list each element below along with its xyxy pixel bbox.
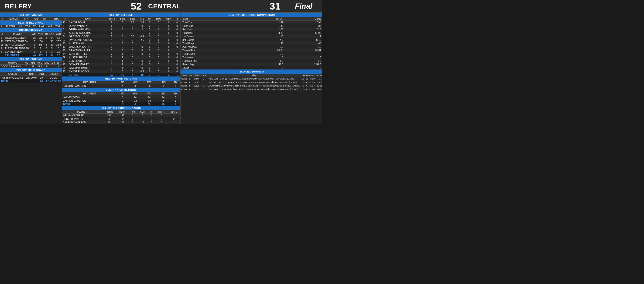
ss-col-type: Type — [200, 74, 207, 77]
score-right: 31 — [266, 1, 285, 12]
central-stats-column: CENTRAL QTR-GAME COMPARISON STAT 4th Qtr… — [180, 13, 322, 124]
stat-row-puntsavg: Punts-Avg 1-41.0 2-51.0 — [180, 63, 322, 66]
team-right-name: CENTRAL — [146, 3, 266, 10]
rec-col-player: PLAYER — [4, 25, 17, 28]
kick-returns-totals-row: TOTAL 3 6 02 46 1 — [62, 102, 180, 106]
punt-col-punting: PUNTING — [0, 61, 24, 65]
rush-col-avg: AVG — [55, 33, 62, 36]
table-row: 12JOSH KEATHLEY 11 00 00 10 — [62, 63, 180, 66]
stat-row-avgydsplay: Avg Yds/Play 9.2 5.8 — [180, 45, 322, 49]
punting-title: BELFRY PUNTING — [0, 57, 62, 61]
passing-col-ca: C-A — [22, 17, 31, 21]
table-row: 23RAYQUAN HORTON 43 22.5 01 00 — [62, 38, 180, 42]
def-col-int: Int — [146, 17, 153, 21]
stat-row-fumbles: Fumbles-Lost 1-0 1-0 — [180, 59, 322, 63]
ss-col-drive: Drive P-Y-T — [301, 74, 316, 77]
passing-col-i: I — [48, 17, 52, 21]
kick-returns-title: BELFRY KICK RETURNS — [62, 88, 180, 92]
table-row: 10CATRON,CAMERON 6106 158 17.7 — [0, 39, 62, 43]
passing-col-yds: YDS — [31, 17, 41, 21]
stat-row-timeofpos: Time of Pos 06:54 24:52 — [180, 49, 322, 52]
stat-row-rushyds: Rush Yds 43 84 — [180, 24, 322, 28]
passing-col-num: # — [0, 17, 4, 21]
table-row: 28HUNTER,TAVEON 592 247 18.4 — [0, 43, 62, 46]
def-col-num: # — [62, 17, 68, 21]
belfry-stats-column: BELFRY PASSING # PLAYER C-A YDS TD I RTG… — [0, 13, 62, 124]
table-row: 27AUSTIN WOOLUMS 65 01 20 00 — [62, 31, 180, 35]
score-left: 52 — [126, 1, 146, 12]
ss-col-play: Play — [207, 74, 300, 77]
def-col-tfl: TFL — [138, 17, 146, 21]
table-row: 10CAMERON CATRON 32 00 00 00 — [62, 45, 180, 49]
kr-col-returner: RETURNER — [62, 92, 117, 95]
def-col-player: Player — [68, 17, 106, 21]
table-row: HUNTER,TAVEON 92 92 0 0 0 0 2 — [62, 117, 180, 121]
table-row: 20CHASE DOVE 85 1.52.5 00 00 — [62, 21, 180, 24]
scoring-summary-title: SCORING SUMMARY — [180, 70, 322, 74]
rush-col-att: ATT — [32, 33, 38, 36]
ap-col-kor: KOR — [137, 110, 148, 114]
rec-col-tgt: TGT — [54, 25, 62, 28]
ap-col-totyds: TotYds — [102, 110, 116, 114]
punt-col-50: 50+ — [56, 61, 62, 65]
rec-col-avg: AVG — [46, 25, 54, 28]
rush-col-td: TD — [44, 33, 48, 36]
ss-col-qtr: Qtr — [188, 74, 193, 77]
stat-row-fieldgoals: Field Goals 0-0 - — [180, 52, 322, 56]
team-left-name: BELFRY — [0, 3, 126, 10]
receiving-table: # PLAYER NO YDS TD LNG AVG TGT — [0, 25, 62, 28]
table-row: COOK,GRAYSON 3 89 29.7 44 1 0 — [0, 65, 62, 68]
rushing-table: # PLAYER ATT YDS TD LNG AVG 5WELLMAN,DER… — [0, 33, 62, 57]
kr-col-td: TD — [170, 92, 180, 95]
stat-row-sacks: Sacks 0 0 — [180, 66, 322, 70]
table-row: CATRON,CAMERON 1 0 00 0 0 — [62, 84, 180, 88]
ap-col-tottd: TotTD — [168, 110, 180, 114]
table-row: 1FLETCHER,ANDREW 39 05 3 — [0, 46, 62, 50]
rushing-title: BELFRY RUSHING — [0, 28, 62, 33]
cq-col-4th: 4th Qtr — [245, 17, 285, 21]
scoring-summary-table: Team Qtr Clock Type Play Drive P-Y-T Sco… — [180, 74, 322, 91]
ap-col-irfr: IR-FR — [155, 110, 168, 114]
ss-col-score: Score — [315, 74, 322, 77]
pr-col-returner: RETURNER — [62, 81, 117, 84]
scoring-row-4: CENT 4 00:30 TD RICO WHITE 4 yd PASS fro… — [180, 87, 322, 91]
table-row: WELLMAN,DEREK 195 195 0 0 0 0 2 — [62, 114, 180, 117]
table-row: CATRON,CAMERON 88 106 0 -18 0 0 2 — [62, 121, 180, 124]
stat-row-penalties: Penalties 3-35 11-93 — [180, 31, 322, 35]
rush-col-player: PLAYER — [4, 33, 32, 36]
table-row: 70CHASE RUNYON 10 00.5 00 00 — [62, 70, 180, 73]
field-goals-title: BELFRY FIELD GOALS — [0, 68, 62, 72]
scoreboard-header: BELFRY 52 CENTRAL 31 Final — [0, 0, 322, 13]
pr-col-yds: YDS — [128, 81, 142, 84]
table-row: VARNEY,DEVIN 1 24 24 24 0 — [62, 95, 180, 99]
ap-col-rush: Rush — [116, 110, 128, 114]
table-row: 40AUSTIN HALL 43 01 00 00 — [62, 42, 180, 45]
rush-col-yds: YDS — [37, 33, 44, 36]
kr-col-no: NO — [117, 92, 128, 95]
defense-title: BELFRY DEFENSE — [62, 13, 180, 17]
kick-returns-table: RETURNER NO YDS AVG LNG TD VARNEY,DEVIN … — [62, 92, 180, 106]
cq-col-stat: STAT — [180, 17, 245, 21]
defense-table: # Player TotTk Solo Sack TFL Int BrUp QB… — [62, 17, 180, 77]
rushing-totals-row: 5 RUSHERS 46 407 5 64 8.8 — [0, 53, 62, 57]
table-row: 59AUSTIN FIELDS 22 01 00 00 — [62, 56, 180, 59]
ss-col-team: Team — [180, 74, 188, 77]
fg-col-kicker: KICKER — [0, 72, 25, 76]
pr-col-no: NO — [117, 81, 128, 84]
table-row: CATRON,CAMERON 2 -18 -09 46 1 — [62, 99, 180, 102]
def-col-ff: FF — [174, 17, 180, 21]
game-status: Final — [285, 2, 322, 11]
fg-col-dist: DIST — [38, 72, 45, 76]
scoring-row-1: CENT 1 04:44 TD RICO WHITE 24 yd PASS fr… — [180, 77, 322, 80]
ap-col-rec: Rec — [128, 110, 137, 114]
stat-row-totalyds: Total Yds 249 394 — [180, 21, 322, 24]
table-row: 6CORBETT,NOAH 65 03 0.8 — [0, 50, 62, 53]
rec-col-td: TD — [32, 25, 38, 28]
def-col-sack: Sack — [128, 17, 138, 21]
rec-col-num: # — [0, 25, 4, 28]
receiving-title: BELFRY RECEIVING — [0, 21, 62, 25]
passing-table: # PLAYER C-A YDS TD I RTG — [0, 17, 62, 21]
central-qtr-table: STAT 4th Qtr Game Total Yds 249 394 Rush… — [180, 17, 322, 70]
stat-row-turnovers: Turnovers 0 3 — [180, 56, 322, 59]
field-goals-totals-row: TOTAL 1-1 LONG OF 29 — [0, 79, 62, 83]
